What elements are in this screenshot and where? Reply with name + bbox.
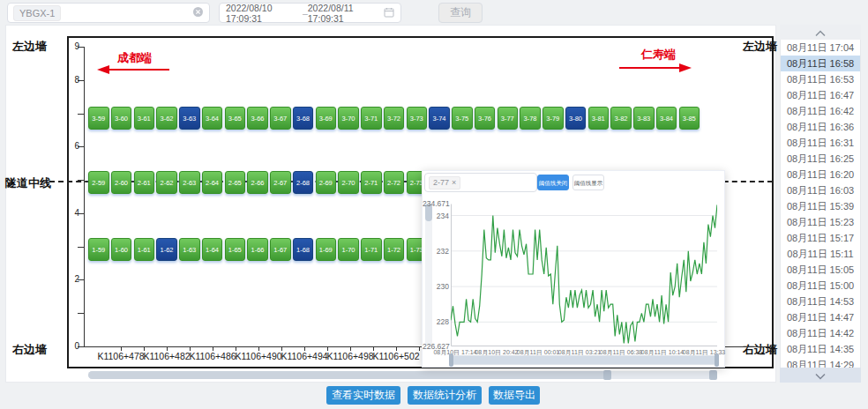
sensor-box[interactable]: 2-65: [225, 171, 246, 194]
sensor-box[interactable]: 1-64: [202, 238, 223, 261]
sensor-box[interactable]: 2-60: [111, 171, 132, 194]
sensor-box[interactable]: 2-64: [202, 171, 223, 194]
chart-hscrollbar-thumb[interactable]: [88, 371, 607, 379]
sensor-box[interactable]: 1-70: [338, 238, 359, 261]
sensor-box[interactable]: 1-71: [361, 238, 382, 261]
time-list-item[interactable]: 08月11日 14:53: [781, 294, 860, 309]
sensor-box[interactable]: 1-59: [88, 238, 109, 261]
sensor-box[interactable]: 2-61: [134, 171, 155, 194]
time-list-item[interactable]: 08月11日 14:35: [781, 341, 860, 357]
time-list-item[interactable]: 08月11日 15:17: [781, 230, 860, 246]
time-list-item[interactable]: 08月11日 16:36: [781, 119, 860, 135]
popup-datazoom-right-handle[interactable]: [715, 353, 719, 367]
scroll-down-button[interactable]: [780, 368, 861, 383]
time-list-item[interactable]: 08月11日 15:05: [781, 262, 860, 278]
sensor-box[interactable]: 2-59: [88, 171, 109, 194]
sensor-box[interactable]: 2-66: [247, 171, 268, 194]
data-statistics-button[interactable]: 数据统计分析: [408, 386, 482, 405]
time-list-item[interactable]: 08月11日 15:23: [781, 214, 860, 230]
chart-hscrollbar-end-handle[interactable]: [709, 370, 717, 380]
sensor-box[interactable]: 3-60: [111, 107, 132, 130]
sensor-box[interactable]: 3-69: [316, 107, 337, 130]
sensor-box[interactable]: 3-85: [679, 107, 700, 130]
sensor-box[interactable]: 1-63: [179, 238, 200, 261]
sensor-box[interactable]: 3-75: [452, 107, 473, 130]
time-list-item[interactable]: 08月11日 14:47: [781, 309, 860, 325]
sensor-box[interactable]: 2-67: [270, 171, 291, 194]
chevron-up-icon: [815, 25, 826, 41]
time-list-item[interactable]: 08月11日 15:11: [781, 246, 860, 262]
sensor-box[interactable]: 3-62: [156, 107, 177, 130]
sensor-box[interactable]: 1-60: [111, 238, 132, 261]
sensor-box[interactable]: 2-62: [156, 171, 177, 194]
sensor-box[interactable]: 3-77: [498, 107, 519, 130]
time-list-item[interactable]: 08月11日 16:47: [781, 87, 860, 103]
sensor-box[interactable]: 1-65: [225, 238, 246, 261]
view-realtime-data-button[interactable]: 查看实时数据: [326, 386, 400, 405]
scroll-up-button[interactable]: [780, 25, 861, 40]
date-range-picker[interactable]: 2022/08/10 17:09:31 – 2022/08/11 17:09:3…: [219, 3, 401, 23]
clear-icon[interactable]: [192, 5, 204, 21]
time-list-item[interactable]: 08月11日 16:03: [781, 182, 860, 198]
sensor-box[interactable]: 3-81: [588, 107, 610, 130]
sensor-box[interactable]: 1-72: [384, 238, 405, 261]
sensor-box[interactable]: 3-83: [633, 107, 655, 130]
sensor-box[interactable]: 3-71: [361, 107, 382, 130]
time-list-item[interactable]: 08月11日 14:29: [781, 357, 860, 368]
sensor-box[interactable]: 2-68: [293, 171, 314, 194]
query-button[interactable]: 查询: [438, 3, 483, 23]
sensor-box[interactable]: 1-66: [247, 238, 268, 261]
device-select-input[interactable]: YBGX-1: [7, 3, 210, 23]
threshold-show-button[interactable]: 阈值线显示: [572, 175, 604, 190]
sensor-box[interactable]: 3-76: [475, 107, 496, 130]
x-axis-tick-label: K1106+478: [97, 351, 144, 361]
time-list-item[interactable]: 08月11日 14:42: [781, 325, 860, 341]
device-tag[interactable]: YBGX-1: [13, 5, 61, 21]
time-list-item[interactable]: 08月11日 16:31: [781, 135, 860, 151]
sensor-box[interactable]: 3-82: [610, 107, 632, 130]
sensor-box[interactable]: 3-68: [293, 107, 314, 130]
popup-sensor-select[interactable]: 2-77 ×: [424, 173, 537, 192]
tag-close-icon[interactable]: ×: [452, 177, 456, 189]
time-list-item[interactable]: 08月11日 16:25: [781, 151, 860, 167]
tunnel-monitoring-page: YBGX-1 2022/08/10 17:09:31 – 2022/08/11 …: [0, 0, 868, 409]
sensor-box[interactable]: 2-72: [384, 171, 405, 194]
chart-hscrollbar-handle[interactable]: [603, 370, 611, 380]
sensor-box[interactable]: 3-61: [134, 107, 155, 130]
time-list-item[interactable]: 08月11日 16:58: [781, 56, 860, 71]
sensor-box[interactable]: 3-78: [520, 107, 541, 130]
sensor-box[interactable]: 2-70: [338, 171, 359, 194]
popup-sensor-tag[interactable]: 2-77 ×: [429, 176, 460, 190]
time-list-item[interactable]: 08月11日 15:00: [781, 278, 860, 294]
time-list-item[interactable]: 08月11日 17:04: [781, 40, 860, 56]
sensor-box[interactable]: 3-72: [384, 107, 405, 130]
time-list-item[interactable]: 08月11日 16:53: [781, 71, 860, 87]
sensor-box[interactable]: 3-65: [225, 107, 246, 130]
sensor-box[interactable]: 1-67: [270, 238, 291, 261]
threshold-off-button[interactable]: 阈值线关闭: [537, 175, 569, 190]
sensor-box[interactable]: 2-71: [361, 171, 382, 194]
sensor-box[interactable]: 3-74: [429, 107, 450, 130]
sensor-box[interactable]: 1-68: [293, 238, 314, 261]
sensor-box[interactable]: 1-61: [134, 238, 155, 261]
sensor-box[interactable]: 3-67: [270, 107, 291, 130]
sensor-box[interactable]: 3-63: [179, 107, 200, 130]
sensor-box[interactable]: 3-70: [338, 107, 359, 130]
time-list-item[interactable]: 08月11日 16:42: [781, 103, 860, 119]
sensor-box[interactable]: 1-62: [156, 238, 177, 261]
data-export-button[interactable]: 数据导出: [489, 386, 540, 405]
time-list-item[interactable]: 08月11日 15:39: [781, 198, 860, 214]
sensor-box[interactable]: 3-64: [202, 107, 223, 130]
time-list-item[interactable]: 08月11日 16:20: [781, 167, 860, 182]
popup-datazoom-range[interactable]: [453, 356, 715, 364]
sensor-box[interactable]: 3-84: [656, 107, 677, 130]
sensor-box[interactable]: 3-80: [565, 107, 587, 130]
sensor-box[interactable]: 3-73: [407, 107, 428, 130]
sensor-box[interactable]: 1-69: [316, 238, 337, 261]
sensor-box[interactable]: 3-66: [247, 107, 268, 130]
popup-datazoom-left-handle[interactable]: [449, 353, 453, 367]
sensor-box[interactable]: 3-79: [542, 107, 564, 130]
sensor-box[interactable]: 2-69: [316, 171, 337, 194]
sensor-box[interactable]: 3-59: [88, 107, 109, 130]
sensor-box[interactable]: 2-63: [179, 171, 200, 194]
